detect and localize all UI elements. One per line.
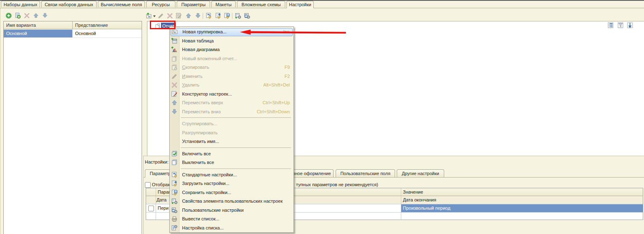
edit-button[interactable] — [157, 12, 164, 19]
save-settings-button[interactable] — [223, 12, 230, 19]
parameter-value-cell[interactable]: Произвольный период — [401, 204, 643, 212]
variant-presentation-cell[interactable]: Основной — [73, 30, 142, 38]
menu-item-10: Переместить внизCtrl+Shift+Down — [170, 108, 294, 117]
settings-constructor-button[interactable] — [175, 12, 182, 19]
column-header-presentation[interactable]: Представление — [73, 21, 142, 29]
menu-item-24[interactable]: Вывести список... — [170, 215, 294, 224]
user-settings-props-icon — [171, 198, 178, 205]
delete-button[interactable] — [166, 12, 173, 19]
menu-item-17[interactable]: Выключить все — [170, 158, 294, 167]
tab-2[interactable]: Связи наборов данных — [41, 1, 97, 7]
menu-item-label: Пользовательские настройки — [182, 206, 244, 215]
variant-row[interactable]: Основной Основной — [4, 30, 142, 37]
menu-item-20[interactable]: Загрузить настройки... — [170, 179, 294, 188]
menu-item-16[interactable]: Включить все — [170, 150, 294, 159]
menu-item-23[interactable]: Пользовательские настройки — [170, 206, 294, 215]
toolbar-separator — [203, 13, 204, 19]
context-menu: Новая группировка...InsНовая таблицаНова… — [169, 26, 294, 233]
load-settings-icon — [215, 12, 222, 19]
toolbar-separator — [232, 13, 233, 19]
arrow-up-icon — [171, 99, 178, 106]
user-settings-item-properties-button[interactable] — [234, 12, 242, 19]
column-header-variant-name[interactable]: Имя варианта — [4, 21, 75, 29]
parameter-value-cell[interactable]: Дата окончания — [401, 196, 643, 204]
annotation-red-rectangle — [150, 21, 175, 29]
grid-line — [156, 204, 156, 212]
add-copy-icon — [14, 12, 21, 19]
menu-separator — [170, 167, 294, 171]
new-chart-icon — [171, 46, 178, 53]
structure-button[interactable] — [607, 22, 614, 29]
order-icon — [627, 22, 634, 29]
menu-item-label: Скопировать — [182, 63, 209, 72]
menu-item-3[interactable]: Новая диаграмма — [170, 45, 294, 54]
menu-item-25[interactable]: Настройка списка... — [170, 224, 294, 233]
menu-item-2[interactable]: Новая таблица — [170, 37, 294, 46]
tab-8[interactable]: Настройки — [286, 1, 314, 8]
menu-item-4: Новый вложенный отчет... — [170, 54, 294, 63]
add-button[interactable] — [5, 12, 12, 19]
structure-icon — [607, 22, 614, 29]
constructor-wand-icon — [175, 12, 182, 19]
menu-item-12: Сгруппировать... — [170, 119, 294, 129]
tab-7[interactable]: Вложенные схемы — [237, 1, 285, 7]
menu-item-label: Удалить — [182, 81, 199, 90]
menu-item-9: Переместить вверхCtrl+Shift+Up — [170, 98, 294, 108]
pencil-icon — [157, 12, 164, 19]
dropdown-caret-icon[interactable] — [153, 12, 156, 19]
menu-item-8[interactable]: Конструктор настроек... — [170, 90, 294, 99]
move-up-button[interactable] — [33, 12, 40, 19]
menu-item-shortcut: F9 — [284, 63, 290, 72]
menu-item-label: Свойства элемента пользовательских настр… — [182, 197, 282, 206]
tab-5[interactable]: Параметры — [177, 1, 210, 7]
menu-item-22[interactable]: Свойства элемента пользовательских настр… — [170, 197, 294, 206]
load-settings-button[interactable] — [215, 12, 222, 19]
settings-tab-3[interactable]: Пользовательские поля — [336, 169, 395, 177]
settings-tab-4[interactable]: Другие настройки — [397, 169, 444, 177]
tab-6[interactable]: Макеты — [211, 1, 236, 7]
variant-name-cell[interactable]: Основной — [4, 30, 72, 37]
menu-item-6: ИзменитьF2 — [170, 72, 294, 81]
structure-panel-corner-icons — [607, 22, 640, 29]
delete-x-icon — [171, 82, 178, 89]
tab-1[interactable]: Наборы данных — [1, 1, 40, 7]
menu-item-5: СкопироватьF9 — [170, 63, 294, 72]
arrow-down-icon — [194, 12, 201, 19]
delete-x-icon — [166, 12, 173, 19]
filter-button[interactable] — [617, 22, 624, 29]
new-nested-report-icon — [171, 55, 178, 62]
menu-item-21[interactable]: Сохранить настройки... — [170, 188, 294, 197]
menu-item-shortcut: F2 — [284, 72, 290, 81]
tab-3[interactable]: Вычисляемые поля — [98, 1, 145, 7]
add-setting-button[interactable] — [145, 12, 152, 19]
pencil-icon — [171, 73, 178, 80]
tab-4[interactable]: Ресурсы — [146, 1, 175, 7]
delete-button[interactable] — [24, 12, 31, 19]
annotation-red-arrow — [235, 27, 349, 37]
save-settings-icon — [171, 189, 178, 196]
move-down-button[interactable] — [194, 12, 201, 19]
menu-item-label: Изменить — [182, 72, 203, 81]
variants-table-header: Имя варианта Представление — [4, 21, 142, 29]
user-settings-props-icon — [234, 12, 242, 19]
new-table-icon — [171, 37, 178, 44]
menu-item-label: Сгруппировать... — [182, 119, 217, 129]
parameter-period-checkbox[interactable] — [148, 206, 154, 211]
standard-settings-button[interactable] — [205, 12, 212, 19]
column-header-value[interactable]: Значение — [401, 188, 643, 196]
user-settings-button[interactable] — [244, 12, 251, 19]
disable-all-icon — [171, 159, 178, 166]
constructor-wand-icon — [171, 91, 178, 98]
move-down-button[interactable] — [42, 12, 49, 19]
add-copy-button[interactable] — [14, 12, 21, 19]
show-unavailable-parameters-checkbox[interactable] — [145, 182, 151, 188]
menu-item-14[interactable]: Установить имя... — [170, 137, 294, 146]
constructor-wand-icon — [171, 91, 178, 98]
menu-item-19[interactable]: Стандартные настройки... — [170, 171, 294, 180]
add-circle-icon — [5, 12, 12, 19]
menu-separator — [170, 146, 294, 150]
order-button[interactable] — [627, 22, 634, 29]
main-tab-strip-border — [0, 8, 644, 8]
move-up-button[interactable] — [185, 12, 192, 19]
copy-icon — [171, 64, 178, 71]
